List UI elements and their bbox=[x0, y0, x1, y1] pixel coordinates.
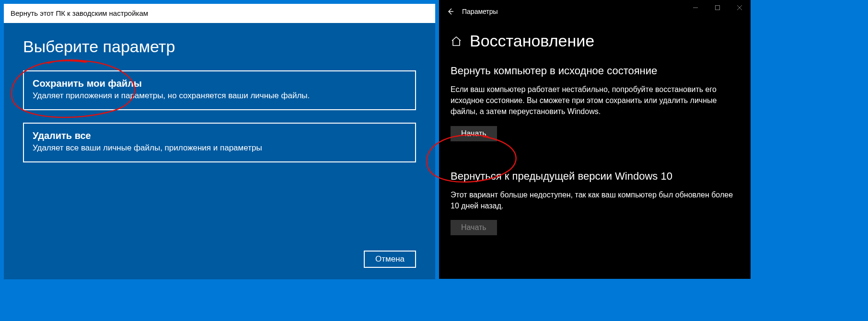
back-arrow-icon bbox=[447, 8, 454, 15]
minimize-button[interactable] bbox=[684, 0, 706, 15]
recovery-heading: Восстановление bbox=[470, 32, 594, 50]
reset-pc-dialog: Вернуть этот ПК к заводским настройкам В… bbox=[4, 4, 435, 279]
cancel-button[interactable]: Отмена bbox=[364, 251, 416, 268]
back-button[interactable] bbox=[439, 0, 462, 23]
settings-window: Параметры Восстановление Вернуть компьют… bbox=[439, 0, 751, 279]
reset-pc-desc: Если ваш компьютер работает нестабильно,… bbox=[451, 84, 739, 117]
reset-pc-title: Вернуть компьютер в исходное состояние bbox=[451, 65, 739, 77]
home-icon[interactable] bbox=[451, 35, 462, 47]
rollback-start-button: Начать bbox=[451, 220, 497, 235]
rollback-title: Вернуться к предыдущей версии Windows 10 bbox=[451, 170, 739, 183]
close-icon bbox=[737, 5, 742, 11]
close-button[interactable] bbox=[729, 0, 751, 15]
settings-titlebar[interactable]: Параметры bbox=[439, 0, 751, 23]
svg-rect-0 bbox=[716, 6, 720, 10]
reset-pc-section: Вернуть компьютер в исходное состояние Е… bbox=[451, 65, 739, 141]
rollback-desc: Этот вариант больше недоступен, так как … bbox=[451, 189, 739, 211]
choose-option-heading: Выберите параметр bbox=[23, 37, 416, 56]
settings-body: Восстановление Вернуть компьютер в исход… bbox=[439, 32, 751, 245]
option-keep-files-title: Сохранить мои файлы bbox=[33, 78, 406, 89]
dialog-content: Выберите параметр Сохранить мои файлы Уд… bbox=[4, 23, 435, 180]
maximize-button[interactable] bbox=[706, 0, 729, 15]
option-keep-files-desc: Удаляет приложения и параметры, но сохра… bbox=[33, 91, 406, 101]
page-heading: Восстановление bbox=[451, 32, 739, 50]
option-remove-everything[interactable]: Удалить все Удаляет все ваши личные файл… bbox=[23, 123, 416, 162]
option-remove-everything-desc: Удаляет все ваши личные файлы, приложени… bbox=[33, 143, 406, 153]
settings-app-title: Параметры bbox=[462, 8, 498, 15]
option-keep-files[interactable]: Сохранить мои файлы Удаляет приложения и… bbox=[23, 70, 416, 110]
dialog-titlebar[interactable]: Вернуть этот ПК к заводским настройкам bbox=[4, 4, 435, 23]
reset-pc-start-button[interactable]: Начать bbox=[451, 126, 497, 141]
window-controls bbox=[684, 0, 751, 15]
minimize-icon bbox=[693, 5, 698, 11]
rollback-section: Вернуться к предыдущей версии Windows 10… bbox=[451, 170, 739, 235]
maximize-icon bbox=[715, 5, 720, 11]
option-remove-everything-title: Удалить все bbox=[33, 130, 406, 141]
dialog-footer: Отмена bbox=[364, 251, 416, 268]
dialog-title: Вернуть этот ПК к заводским настройкам bbox=[11, 9, 148, 17]
